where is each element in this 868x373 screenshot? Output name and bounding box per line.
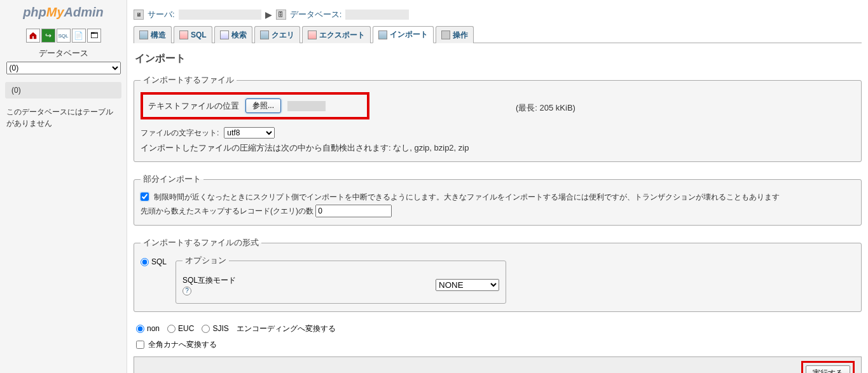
kana-label: 全角カナへ変換する bbox=[148, 339, 217, 350]
bc-server-label[interactable]: サーバ: bbox=[148, 9, 175, 20]
bc-server-value bbox=[179, 10, 261, 20]
exit-icon[interactable]: ↪ bbox=[41, 29, 55, 43]
tab-sql[interactable]: SQL bbox=[174, 26, 212, 43]
max-length-label: (最長: 205 kKiB) bbox=[516, 102, 575, 114]
db-select[interactable]: (0) bbox=[6, 62, 121, 74]
compress-note: インポートしたファイルの圧縮方法は次の中から自動検出されます: なし, gzip… bbox=[141, 142, 855, 154]
encoding-row: non EUC SJIS エンコーディングへ変換する bbox=[134, 323, 862, 337]
enc-sjis[interactable]: SJIS bbox=[202, 324, 228, 333]
compat-label: SQL互換モード bbox=[183, 275, 236, 286]
kana-checkbox[interactable] bbox=[136, 341, 144, 349]
exec-highlight-box: 実行する bbox=[801, 361, 855, 373]
fs-format: インポートするファイルの形式 SQL オプション SQL互換モード ? NONE bbox=[134, 237, 862, 312]
fs-options: オプション SQL互換モード ? NONE bbox=[176, 255, 506, 304]
tab-operations[interactable]: 操作 bbox=[436, 26, 474, 43]
tab-structure[interactable]: 構造 bbox=[134, 26, 172, 43]
tab-query[interactable]: クエリ bbox=[254, 26, 300, 43]
partial-allow-checkbox[interactable] bbox=[141, 193, 149, 201]
skip-label: 先頭から数えたスキップするレコード(クエリ)の数 bbox=[141, 207, 313, 215]
file-highlight-box: テキストファイルの位置 参照... bbox=[141, 92, 369, 119]
footer-bar: 実行する bbox=[134, 356, 862, 373]
home-icon[interactable] bbox=[26, 29, 40, 43]
charset-select[interactable]: utf8 bbox=[224, 127, 275, 139]
db-label: データベース bbox=[0, 48, 127, 59]
enc-non[interactable]: non bbox=[136, 324, 160, 333]
sidebar: phpMyAdmin ↪ SQL 📄 🗔 データベース (0) (0) このデー… bbox=[0, 0, 127, 373]
partial-allow-label: 制限時間が近くなったときにスクリプト側でインポートを中断できるようにします。大き… bbox=[154, 191, 780, 203]
operations-icon bbox=[441, 31, 450, 39]
browse-button[interactable]: 参照... bbox=[245, 98, 281, 113]
server-icon: 🖥 bbox=[134, 10, 144, 20]
charset-label: ファイルの文字セット: bbox=[141, 128, 219, 139]
logo[interactable]: phpMyAdmin bbox=[0, 5, 127, 25]
export-icon bbox=[308, 31, 317, 39]
file-path-display bbox=[287, 101, 326, 111]
skip-input[interactable] bbox=[315, 205, 392, 217]
no-tables-msg: このデータベースにはテーブルがありません bbox=[0, 104, 127, 132]
fs-partial: 部分インポート 制限時間が近くなったときにスクリプト側でインポートを中断できるよ… bbox=[134, 173, 862, 226]
sql-icon[interactable]: SQL bbox=[57, 29, 71, 43]
db-icon: 🗄 bbox=[276, 10, 286, 20]
enc-euc[interactable]: EUC bbox=[167, 324, 194, 333]
query-window-icon[interactable]: 🗔 bbox=[87, 29, 101, 43]
main: 🖥 サーバ: ▶ 🗄 データベース: 構造 SQL 検索 クエリ エクスポート … bbox=[127, 0, 868, 373]
tab-search[interactable]: 検索 bbox=[214, 26, 252, 43]
format-sql-radio-label[interactable]: SQL bbox=[141, 255, 167, 266]
bc-db-label[interactable]: データベース: bbox=[290, 9, 342, 20]
execute-button[interactable]: 実行する bbox=[806, 365, 850, 373]
fs-options-legend: オプション bbox=[183, 255, 229, 266]
compat-select[interactable]: NONE bbox=[436, 279, 499, 291]
import-icon bbox=[378, 31, 387, 39]
tabs: 構造 SQL 検索 クエリ エクスポート インポート 操作 bbox=[134, 25, 862, 43]
sidebar-quick-icons: ↪ SQL 📄 🗔 bbox=[0, 29, 127, 43]
tab-import[interactable]: インポート bbox=[373, 26, 434, 43]
enc-convert-label: エンコーディングへ変換する bbox=[237, 323, 336, 334]
docs-icon[interactable]: 📄 bbox=[72, 29, 86, 43]
help-icon[interactable]: ? bbox=[183, 287, 191, 295]
file-pos-label: テキストファイルの位置 bbox=[148, 100, 239, 112]
format-sql-radio[interactable] bbox=[141, 258, 149, 266]
current-db[interactable]: (0) bbox=[5, 82, 121, 98]
tab-export[interactable]: エクスポート bbox=[302, 26, 371, 43]
fs-import-file: インポートするファイル テキストファイルの位置 参照... (最長: 205 k… bbox=[134, 74, 862, 162]
fs-partial-legend: 部分インポート bbox=[141, 173, 203, 185]
sql-tab-icon bbox=[179, 31, 188, 39]
bc-sep: ▶ bbox=[265, 10, 272, 20]
search-icon bbox=[220, 31, 229, 39]
query-icon bbox=[260, 31, 269, 39]
structure-icon bbox=[139, 31, 148, 39]
breadcrumb: 🖥 サーバ: ▶ 🗄 データベース: bbox=[134, 6, 862, 25]
bc-db-value bbox=[345, 10, 409, 20]
page-title: インポート bbox=[135, 52, 862, 65]
fs-import-file-legend: インポートするファイル bbox=[141, 74, 237, 86]
fs-format-legend: インポートするファイルの形式 bbox=[141, 237, 261, 248]
